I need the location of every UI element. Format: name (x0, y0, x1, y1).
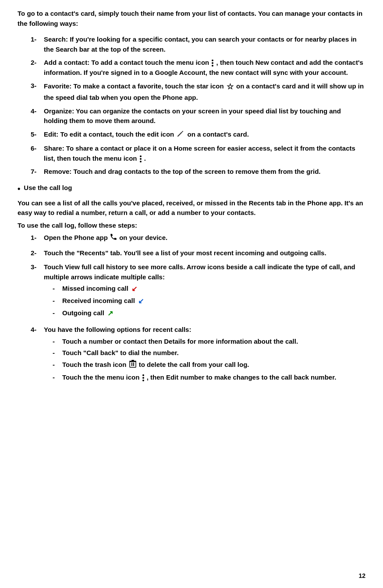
phone-icon (110, 233, 117, 244)
call-log-intro: You can see a list of all the calls you'… (18, 198, 365, 218)
svg-rect-1 (131, 363, 132, 366)
dash: - (53, 373, 59, 383)
option-menu-edit: - Touch the the menu icon , then Edit nu… (53, 373, 336, 383)
intro-paragraph: To go to a contact's card, simply touch … (18, 9, 365, 28)
step-number: 2- (31, 248, 41, 258)
step-3: 3- Touch View full call history to see m… (31, 262, 365, 320)
step-1: 1- Open the Phone app on your device. (31, 233, 365, 244)
list-item: 6- Share: To share a contact or place it… (31, 144, 365, 163)
dash: - (53, 284, 59, 294)
svg-rect-3 (129, 361, 136, 362)
received-call-icon: ↙ (138, 296, 144, 306)
list-content: Add a contact: To add a contact touch th… (44, 58, 365, 77)
dash: - (53, 360, 59, 371)
call-type-label: Missed incoming call ↙ (62, 284, 137, 294)
list-item: 1- Search: If you're looking for a speci… (31, 35, 365, 54)
list-number: 3- (31, 81, 41, 103)
call-log-subtitle: To use the call log, follow these steps: (18, 221, 365, 231)
dash: - (53, 296, 59, 306)
option-callback: - Touch "Call back" to dial the number. (53, 348, 336, 358)
contact-ways-list: 1- Search: If you're looking for a speci… (31, 35, 365, 177)
menu-icon-3 (142, 374, 144, 381)
list-number: 2- (31, 58, 41, 77)
dash: - (53, 348, 59, 358)
step-content: Touch View full call history to see more… (44, 262, 365, 320)
step-content: Touch the "Recents" tab. You'll see a li… (44, 248, 326, 258)
svg-rect-0 (130, 362, 136, 367)
outgoing-call-icon: ↗ (107, 308, 113, 319)
trash-icon (129, 360, 136, 371)
pencil-icon (177, 130, 184, 141)
list-number: 5- (31, 130, 41, 141)
menu-icon (212, 60, 213, 67)
list-content: Favorite: To make a contact a favorite, … (44, 81, 365, 103)
option-label: Touch the trash icon to delete the call … (62, 360, 249, 371)
step-number: 4- (31, 325, 41, 384)
list-item: 5- Edit: To edit a contact, touch the ed… (31, 130, 365, 141)
list-item: 3- Favorite: To make a contact a favorit… (31, 81, 365, 103)
step-number: 3- (31, 262, 41, 320)
svg-rect-2 (133, 363, 134, 366)
bullet-section: • Use the call log (18, 184, 365, 194)
step-content: Open the Phone app on your device. (44, 233, 167, 244)
dash: - (53, 337, 59, 347)
list-number: 6- (31, 144, 41, 163)
menu-icon-2 (140, 155, 142, 162)
dash: - (53, 308, 59, 319)
step-content: You have the following options for recen… (44, 325, 336, 384)
option-trash: - Touch the trash icon to delete the (53, 360, 336, 371)
svg-rect-4 (131, 360, 134, 361)
call-types-list: - Missed incoming call ↙ - Received inco… (53, 284, 365, 319)
list-item: 7- Remove: Touch and drag contacts to th… (31, 167, 365, 177)
option-details: - Touch a number or contact then Details… (53, 337, 336, 347)
step-2: 2- Touch the "Recents" tab. You'll see a… (31, 248, 365, 258)
call-type-outgoing: - Outgoing call ↗ (53, 308, 365, 319)
list-content: Remove: Touch and drag contacts to the t… (44, 167, 320, 177)
call-type-missed: - Missed incoming call ↙ (53, 284, 365, 294)
step-number: 1- (31, 233, 41, 244)
list-number: 7- (31, 167, 41, 177)
star-icon: ☆ (227, 81, 234, 93)
call-log-steps-list: 1- Open the Phone app on your device. 2-… (31, 233, 365, 384)
page-number: 12 (358, 572, 365, 579)
list-item: 4- Organize: You can organize the contac… (31, 106, 365, 126)
missed-call-icon: ↙ (131, 284, 137, 294)
list-number: 1- (31, 35, 41, 54)
step-4: 4- You have the following options for re… (31, 325, 365, 384)
bullet-item-call-log: • Use the call log (18, 184, 365, 194)
list-content: Search: If you're looking for a specific… (44, 35, 365, 54)
list-content: Edit: To edit a contact, touch the edit … (44, 130, 249, 141)
call-type-label: Received incoming call ↙ (62, 296, 144, 306)
option-label: Touch the the menu icon , then Edit numb… (62, 373, 336, 383)
list-content: Organize: You can organize the contacts … (44, 106, 365, 126)
bullet-dot: • (18, 184, 20, 194)
bullet-label: Use the call log (24, 184, 72, 191)
recent-options-list: - Touch a number or contact then Details… (53, 337, 336, 383)
option-label: Touch a number or contact then Details f… (62, 337, 298, 347)
call-type-label: Outgoing call ↗ (62, 308, 113, 319)
list-item: 2- Add a contact: To add a contact touch… (31, 58, 365, 77)
call-type-received: - Received incoming call ↙ (53, 296, 365, 306)
list-content: Share: To share a contact or place it on… (44, 144, 365, 163)
option-label: Touch "Call back" to dial the number. (62, 348, 179, 358)
list-number: 4- (31, 106, 41, 126)
